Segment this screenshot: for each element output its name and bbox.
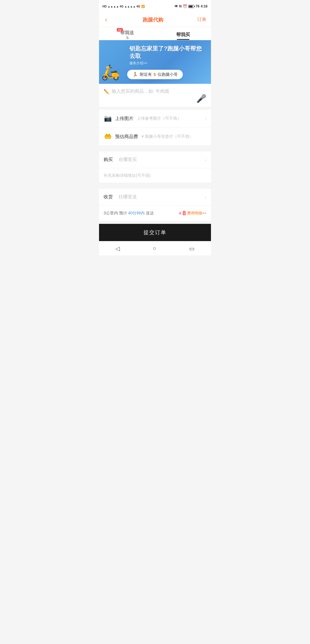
estimate-cost-value: ¥ 跑腿小哥先垫付（可不填） (142, 134, 206, 139)
estimate-prefix-text: 预计 (119, 211, 127, 215)
nearby-count-badge: 🏃 附近有 5 位跑腿小哥 (127, 70, 183, 79)
tab-help-buy-label: 帮我买 (176, 32, 190, 38)
alarm-icon: ⏰ (183, 4, 187, 8)
nearby-text-prefix: 附近有 (140, 72, 152, 77)
banner-title: 钥匙忘家里了?跑腿小哥帮您去取 (129, 45, 206, 60)
section-divider-3 (99, 183, 211, 186)
estimate-cost-label: 预估商品费 (115, 134, 138, 140)
purchase-location-row[interactable]: 购买 在哪里买 › (99, 152, 211, 168)
price-symbol: ¥ (179, 211, 181, 216)
estimate-text: 3公里内 预计 40分钟内 送达 (104, 211, 154, 216)
product-input-placeholder[interactable]: 输入想买的商品，如: 牛肉面 (112, 88, 206, 94)
wifi-icon: 📶 (141, 5, 145, 8)
delivery-price: 8 (183, 210, 186, 217)
delivery-arrow: › (205, 195, 206, 199)
status-right: 👁 N ⏰ 76 4:16 (175, 4, 208, 8)
estimate-time: 40分钟内 (128, 211, 145, 215)
upload-photo-arrow: › (205, 116, 206, 121)
tab-help-send[interactable]: vip 帮我送 ⇅ (99, 27, 155, 40)
time-display: 4:16 (201, 4, 208, 8)
nav-bar: ‹ 跑腿代购 订单 (99, 13, 211, 27)
purchase-arrow: › (205, 158, 206, 162)
vip-badge: vip (117, 28, 123, 32)
section-divider-1 (99, 107, 211, 110)
upload-photo-label: 上传图片 (115, 116, 133, 122)
nearby-count: 5 (154, 72, 156, 77)
order-button[interactable]: 订单 (197, 17, 206, 23)
banner: 🛵 钥匙忘家里了?跑腿小哥帮您去取 服务介绍>> 🏃 附近有 5 位跑腿小哥 (99, 40, 211, 84)
n-icon: N (179, 4, 182, 8)
purchase-label: 购买 (104, 157, 115, 163)
nearby-text-suffix: 位跑腿小哥 (158, 72, 178, 77)
tab-bar: vip 帮我送 ⇅ 帮我买 (99, 27, 211, 40)
product-input-area[interactable]: ✏️ 输入想买的商品，如: 牛肉面 🎤 (99, 84, 211, 107)
sort-icon: ⇅ (126, 36, 129, 40)
page-title: 跑腿代购 (143, 16, 163, 23)
tab-help-buy[interactable]: 帮我买 (155, 27, 211, 40)
battery-icon (188, 5, 194, 8)
section-divider-2 (99, 146, 211, 149)
delivery-address-row[interactable]: 收货 往哪里送 › (99, 189, 211, 205)
home-nav-icon[interactable]: ○ (147, 243, 162, 254)
currency-symbol: ¥ (142, 134, 144, 139)
microphone-icon[interactable]: 🎤 (196, 94, 206, 103)
upload-photo-placeholder: 上传参考图片（可不填） (137, 116, 202, 121)
scooter-illustration: 🛵 (101, 63, 120, 81)
purchase-placeholder: 在哪里买 (119, 157, 202, 163)
distance-text: 3公里内 (104, 211, 118, 215)
battery-level: 76 (196, 4, 199, 8)
fee-detail-link[interactable]: 费用明细>> (187, 211, 206, 216)
back-nav-icon[interactable]: ◁ (110, 243, 125, 254)
submit-order-button[interactable]: 提交订单 (99, 224, 211, 241)
estimate-cost-placeholder: 跑腿小哥先垫付（可不填） (145, 134, 193, 139)
back-button[interactable]: ‹ (104, 15, 108, 25)
purchase-section: 购买 在哪里买 › 补充采购详细地址(可不填) (99, 152, 211, 183)
supplement-placeholder: 补充采购详细地址(可不填) (104, 173, 150, 178)
status-bar: HD ▲▲▲▲ 4G ▲▲▲▲ 4G 📶 👁 N ⏰ 76 4:16 (99, 0, 211, 13)
hd-label: HD (102, 5, 106, 8)
eye-icon: 👁 (175, 4, 178, 8)
supplement-address-row[interactable]: 补充采购详细地址(可不填) (99, 168, 211, 183)
camera-icon: 📷 (104, 115, 112, 122)
delivery-label: 收货 (104, 194, 115, 200)
upload-photo-row[interactable]: 📷 上传图片 上传参考图片（可不填） › (99, 110, 211, 128)
status-signals: HD ▲▲▲▲ 4G ▲▲▲▲ 4G 📶 (102, 5, 145, 8)
estimate-price-area: ¥ 8 费用明细>> (179, 210, 206, 217)
delivery-section: 收货 往哪里送 › 3公里内 预计 40分钟内 送达 ¥ 8 费用明细>> (99, 189, 211, 221)
runner-icon: 🏃 (132, 72, 138, 77)
money-hand-icon: 🤲 (104, 133, 112, 140)
estimate-cost-row[interactable]: 🤲 预估商品费 ¥ 跑腿小哥先垫付（可不填） (99, 128, 211, 146)
time-suffix: 送达 (146, 211, 154, 215)
delivery-placeholder: 往哪里送 (119, 194, 202, 200)
signal-icons: ▲▲▲▲ 4G ▲▲▲▲ 4G (107, 5, 140, 8)
menu-nav-icon[interactable]: ▭ (183, 243, 200, 254)
estimate-row: 3公里内 预计 40分钟内 送达 ¥ 8 费用明细>> (99, 205, 211, 221)
banner-service-link[interactable]: 服务介绍>> (129, 61, 206, 66)
pencil-icon: ✏️ (104, 89, 109, 94)
bottom-nav: ◁ ○ ▭ (99, 241, 211, 255)
